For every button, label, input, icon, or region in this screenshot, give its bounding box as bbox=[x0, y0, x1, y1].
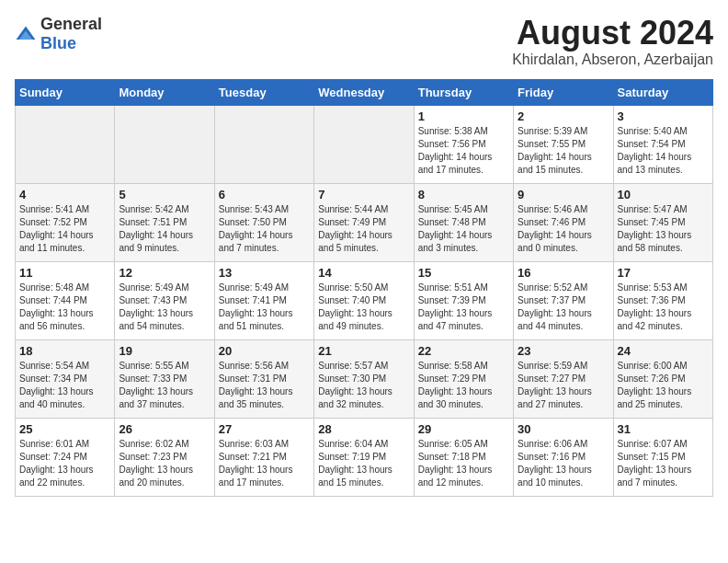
day-header-wednesday: Wednesday bbox=[314, 79, 414, 105]
day-number: 24 bbox=[618, 344, 709, 358]
month-year: August 2024 bbox=[512, 15, 713, 52]
day-info: Sunrise: 5:47 AM Sunset: 7:45 PM Dayligh… bbox=[618, 203, 709, 255]
day-info: Sunrise: 5:56 AM Sunset: 7:31 PM Dayligh… bbox=[219, 360, 310, 411]
day-number: 11 bbox=[19, 266, 110, 280]
day-number: 15 bbox=[418, 266, 509, 280]
calendar-cell: 30Sunrise: 6:06 AM Sunset: 7:16 PM Dayli… bbox=[514, 418, 613, 496]
calendar-week-3: 11Sunrise: 5:48 AM Sunset: 7:44 PM Dayli… bbox=[16, 261, 713, 339]
calendar-cell: 29Sunrise: 6:05 AM Sunset: 7:18 PM Dayli… bbox=[414, 418, 513, 496]
calendar-cell: 3Sunrise: 5:40 AM Sunset: 7:54 PM Daylig… bbox=[613, 105, 712, 183]
day-number: 4 bbox=[19, 188, 110, 201]
day-info: Sunrise: 5:38 AM Sunset: 7:56 PM Dayligh… bbox=[418, 125, 509, 177]
day-number: 10 bbox=[618, 188, 709, 201]
calendar-cell: 6Sunrise: 5:43 AM Sunset: 7:50 PM Daylig… bbox=[214, 183, 313, 261]
day-info: Sunrise: 5:41 AM Sunset: 7:52 PM Dayligh… bbox=[19, 203, 110, 255]
calendar-cell: 22Sunrise: 5:58 AM Sunset: 7:29 PM Dayli… bbox=[414, 339, 513, 418]
location: Khirdalan, Abseron, Azerbaijan bbox=[512, 52, 713, 68]
day-header-monday: Monday bbox=[115, 79, 214, 105]
day-info: Sunrise: 5:39 AM Sunset: 7:55 PM Dayligh… bbox=[518, 125, 609, 177]
day-info: Sunrise: 5:52 AM Sunset: 7:37 PM Dayligh… bbox=[518, 282, 609, 333]
day-number: 7 bbox=[318, 188, 409, 201]
day-number: 31 bbox=[618, 422, 709, 436]
calendar-week-4: 18Sunrise: 5:54 AM Sunset: 7:34 PM Dayli… bbox=[16, 339, 713, 418]
day-number: 21 bbox=[318, 344, 409, 358]
day-number: 1 bbox=[418, 109, 509, 123]
day-number: 2 bbox=[518, 109, 609, 123]
calendar-cell: 4Sunrise: 5:41 AM Sunset: 7:52 PM Daylig… bbox=[16, 183, 115, 261]
calendar-week-2: 4Sunrise: 5:41 AM Sunset: 7:52 PM Daylig… bbox=[16, 183, 713, 261]
calendar-cell: 14Sunrise: 5:50 AM Sunset: 7:40 PM Dayli… bbox=[314, 261, 414, 339]
calendar-cell: 12Sunrise: 5:49 AM Sunset: 7:43 PM Dayli… bbox=[115, 261, 214, 339]
day-info: Sunrise: 5:48 AM Sunset: 7:44 PM Dayligh… bbox=[19, 282, 110, 333]
day-info: Sunrise: 5:55 AM Sunset: 7:33 PM Dayligh… bbox=[119, 360, 210, 411]
calendar-cell: 20Sunrise: 5:56 AM Sunset: 7:31 PM Dayli… bbox=[214, 339, 313, 418]
day-info: Sunrise: 6:02 AM Sunset: 7:23 PM Dayligh… bbox=[119, 438, 210, 489]
calendar-cell: 31Sunrise: 6:07 AM Sunset: 7:15 PM Dayli… bbox=[613, 418, 712, 496]
calendar-cell: 28Sunrise: 6:04 AM Sunset: 7:19 PM Dayli… bbox=[314, 418, 414, 496]
logo-blue: Blue bbox=[40, 34, 76, 52]
calendar-cell bbox=[16, 105, 115, 183]
day-number: 28 bbox=[318, 422, 409, 436]
day-number: 14 bbox=[318, 266, 409, 280]
calendar-cell: 18Sunrise: 5:54 AM Sunset: 7:34 PM Dayli… bbox=[16, 339, 115, 418]
day-header-tuesday: Tuesday bbox=[214, 79, 313, 105]
day-info: Sunrise: 6:03 AM Sunset: 7:21 PM Dayligh… bbox=[219, 438, 310, 489]
day-info: Sunrise: 6:07 AM Sunset: 7:15 PM Dayligh… bbox=[618, 438, 709, 489]
calendar-cell: 10Sunrise: 5:47 AM Sunset: 7:45 PM Dayli… bbox=[613, 183, 712, 261]
day-info: Sunrise: 5:53 AM Sunset: 7:36 PM Dayligh… bbox=[618, 282, 709, 333]
calendar-cell: 7Sunrise: 5:44 AM Sunset: 7:49 PM Daylig… bbox=[314, 183, 414, 261]
day-number: 19 bbox=[119, 344, 210, 358]
calendar-cell: 8Sunrise: 5:45 AM Sunset: 7:48 PM Daylig… bbox=[414, 183, 513, 261]
day-number: 17 bbox=[618, 266, 709, 280]
calendar-table: SundayMondayTuesdayWednesdayThursdayFrid… bbox=[15, 79, 713, 497]
calendar-cell: 17Sunrise: 5:53 AM Sunset: 7:36 PM Dayli… bbox=[613, 261, 712, 339]
day-info: Sunrise: 5:54 AM Sunset: 7:34 PM Dayligh… bbox=[19, 360, 110, 411]
calendar-cell: 15Sunrise: 5:51 AM Sunset: 7:39 PM Dayli… bbox=[414, 261, 513, 339]
day-info: Sunrise: 5:51 AM Sunset: 7:39 PM Dayligh… bbox=[418, 282, 509, 333]
day-number: 3 bbox=[618, 109, 709, 123]
day-header-friday: Friday bbox=[514, 79, 613, 105]
title-block: August 2024 Khirdalan, Abseron, Azerbaij… bbox=[512, 15, 713, 68]
calendar-cell: 11Sunrise: 5:48 AM Sunset: 7:44 PM Dayli… bbox=[16, 261, 115, 339]
calendar-week-1: 1Sunrise: 5:38 AM Sunset: 7:56 PM Daylig… bbox=[16, 105, 713, 183]
day-info: Sunrise: 5:40 AM Sunset: 7:54 PM Dayligh… bbox=[618, 125, 709, 177]
day-number: 29 bbox=[418, 422, 509, 436]
calendar-week-5: 25Sunrise: 6:01 AM Sunset: 7:24 PM Dayli… bbox=[16, 418, 713, 496]
logo-icon bbox=[15, 25, 37, 43]
calendar-cell: 19Sunrise: 5:55 AM Sunset: 7:33 PM Dayli… bbox=[115, 339, 214, 418]
day-number: 30 bbox=[518, 422, 609, 436]
calendar-cell: 5Sunrise: 5:42 AM Sunset: 7:51 PM Daylig… bbox=[115, 183, 214, 261]
calendar-cell: 1Sunrise: 5:38 AM Sunset: 7:56 PM Daylig… bbox=[414, 105, 513, 183]
day-number: 22 bbox=[418, 344, 509, 358]
day-number: 23 bbox=[518, 344, 609, 358]
day-info: Sunrise: 5:59 AM Sunset: 7:27 PM Dayligh… bbox=[518, 360, 609, 411]
day-number: 13 bbox=[219, 266, 310, 280]
day-number: 18 bbox=[19, 344, 110, 358]
day-info: Sunrise: 6:04 AM Sunset: 7:19 PM Dayligh… bbox=[318, 438, 409, 489]
day-info: Sunrise: 5:46 AM Sunset: 7:46 PM Dayligh… bbox=[518, 203, 609, 255]
calendar-cell: 24Sunrise: 6:00 AM Sunset: 7:26 PM Dayli… bbox=[613, 339, 712, 418]
calendar-cell: 26Sunrise: 6:02 AM Sunset: 7:23 PM Dayli… bbox=[115, 418, 214, 496]
day-header-sunday: Sunday bbox=[16, 79, 115, 105]
days-header-row: SundayMondayTuesdayWednesdayThursdayFrid… bbox=[16, 79, 713, 105]
day-info: Sunrise: 6:05 AM Sunset: 7:18 PM Dayligh… bbox=[418, 438, 509, 489]
day-info: Sunrise: 5:43 AM Sunset: 7:50 PM Dayligh… bbox=[219, 203, 310, 255]
day-number: 16 bbox=[518, 266, 609, 280]
logo-general: General bbox=[40, 15, 102, 33]
calendar-cell: 25Sunrise: 6:01 AM Sunset: 7:24 PM Dayli… bbox=[16, 418, 115, 496]
day-info: Sunrise: 5:42 AM Sunset: 7:51 PM Dayligh… bbox=[119, 203, 210, 255]
day-info: Sunrise: 6:01 AM Sunset: 7:24 PM Dayligh… bbox=[19, 438, 110, 489]
calendar-cell: 21Sunrise: 5:57 AM Sunset: 7:30 PM Dayli… bbox=[314, 339, 414, 418]
day-number: 6 bbox=[219, 188, 310, 201]
logo: General Blue bbox=[15, 15, 102, 53]
day-number: 5 bbox=[119, 188, 210, 201]
day-info: Sunrise: 5:45 AM Sunset: 7:48 PM Dayligh… bbox=[418, 203, 509, 255]
day-info: Sunrise: 5:57 AM Sunset: 7:30 PM Dayligh… bbox=[318, 360, 409, 411]
day-info: Sunrise: 5:49 AM Sunset: 7:41 PM Dayligh… bbox=[219, 282, 310, 333]
calendar-cell: 16Sunrise: 5:52 AM Sunset: 7:37 PM Dayli… bbox=[514, 261, 613, 339]
calendar-cell: 23Sunrise: 5:59 AM Sunset: 7:27 PM Dayli… bbox=[514, 339, 613, 418]
day-info: Sunrise: 5:44 AM Sunset: 7:49 PM Dayligh… bbox=[318, 203, 409, 255]
calendar-cell: 2Sunrise: 5:39 AM Sunset: 7:55 PM Daylig… bbox=[514, 105, 613, 183]
calendar-cell: 27Sunrise: 6:03 AM Sunset: 7:21 PM Dayli… bbox=[214, 418, 313, 496]
day-header-saturday: Saturday bbox=[613, 79, 712, 105]
